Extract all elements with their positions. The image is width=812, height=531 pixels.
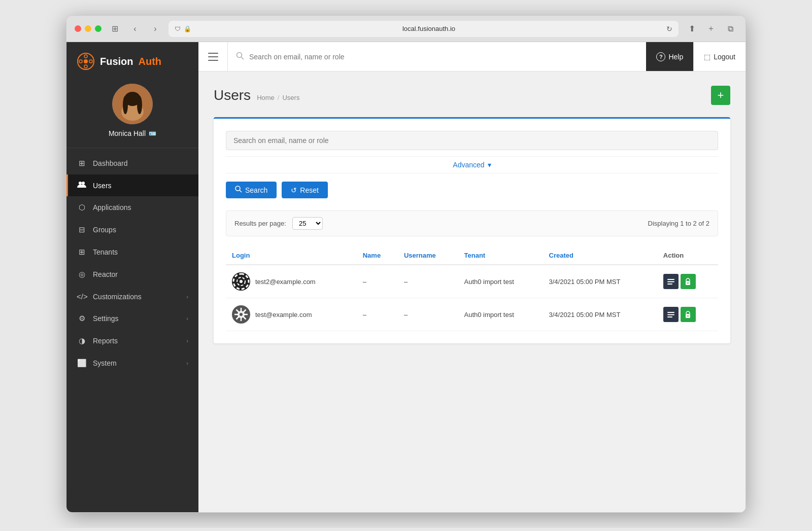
logo-auth: Auth bbox=[139, 56, 162, 67]
avatar bbox=[112, 84, 153, 124]
new-tab-icon[interactable]: ＋ bbox=[704, 22, 718, 36]
user-search-input[interactable] bbox=[226, 131, 718, 150]
col-created[interactable]: Created bbox=[543, 246, 657, 265]
sidebar-item-label: Settings bbox=[93, 314, 180, 323]
forward-button[interactable]: › bbox=[148, 22, 162, 36]
share-icon[interactable]: ⬆ bbox=[685, 22, 699, 36]
reset-icon: ↺ bbox=[291, 186, 297, 194]
user-avatar-gear-icon bbox=[232, 306, 250, 323]
col-login[interactable]: Login bbox=[226, 246, 357, 265]
browser-titlebar: ⊞ ‹ › 🛡 🔒 local.fusionauth.io ↻ ⬆ ＋ ⧉ bbox=[66, 16, 746, 42]
minimize-btn[interactable] bbox=[85, 25, 91, 32]
svg-rect-25 bbox=[667, 279, 674, 280]
sidebar-item-tenants[interactable]: ⊞ Tenants bbox=[66, 241, 198, 263]
advanced-label: Advanced bbox=[453, 161, 484, 169]
svg-point-3 bbox=[84, 65, 87, 68]
logout-button[interactable]: ⬚ Logout bbox=[693, 42, 746, 71]
shield-icon: 🛡 bbox=[175, 25, 181, 32]
dashboard-icon: ⊞ bbox=[77, 159, 87, 168]
user-email: test2@example.com bbox=[255, 278, 316, 286]
user-manage-button[interactable] bbox=[681, 307, 696, 322]
lock-icon: 🔒 bbox=[184, 25, 191, 32]
svg-point-18 bbox=[237, 52, 242, 57]
chevron-right-icon: › bbox=[186, 315, 188, 322]
sidebar-item-settings[interactable]: ⚙ Settings › bbox=[66, 307, 198, 330]
sidebar-item-reactor[interactable]: ◎ Reactor bbox=[66, 263, 198, 286]
sidebar-item-dashboard[interactable]: ⊞ Dashboard bbox=[66, 152, 198, 174]
search-card: Advanced ▾ Search bbox=[214, 117, 730, 343]
add-user-button[interactable]: + bbox=[711, 86, 730, 105]
sidebar-item-users[interactable]: Users bbox=[66, 174, 198, 196]
results-count: Displaying 1 to 2 of 2 bbox=[648, 220, 709, 227]
customizations-icon: </> bbox=[77, 292, 87, 301]
user-action-cell bbox=[657, 265, 718, 298]
groups-icon: ⊟ bbox=[77, 225, 87, 234]
svg-point-1 bbox=[84, 59, 88, 63]
sidebar-item-label: Tenants bbox=[93, 248, 188, 256]
svg-point-13 bbox=[79, 182, 82, 185]
advanced-toggle-button[interactable]: Advanced ▾ bbox=[226, 156, 718, 173]
results-per-page-label: Results per page: bbox=[234, 220, 286, 227]
tabs-icon[interactable]: ⧉ bbox=[723, 22, 737, 36]
content-area: Users Home / Users + Advanced ▾ bbox=[198, 72, 746, 512]
search-button[interactable]: Search bbox=[226, 182, 277, 198]
table-row: test2@example.com – – Auth0 import test … bbox=[226, 265, 718, 298]
col-username[interactable]: Username bbox=[398, 246, 458, 265]
sidebar-item-system[interactable]: ⬜ System › bbox=[66, 352, 198, 374]
topbar-search-area bbox=[228, 52, 646, 62]
user-created-cell: 3/4/2021 05:00 PM MST bbox=[543, 265, 657, 298]
url-text: local.fusionauth.io bbox=[194, 25, 663, 32]
page-header: Users Home / Users + bbox=[214, 86, 730, 105]
user-login-cell: test@example.com bbox=[226, 298, 357, 331]
breadcrumb-home[interactable]: Home bbox=[257, 94, 275, 101]
users-icon bbox=[77, 181, 87, 190]
user-avatar-zebra-icon bbox=[232, 273, 250, 290]
sidebar-item-groups[interactable]: ⊟ Groups bbox=[66, 219, 198, 241]
user-tenant-cell: Auth0 import test bbox=[458, 265, 543, 298]
svg-point-5 bbox=[89, 60, 92, 63]
logo-fusion: Fusion bbox=[100, 56, 133, 67]
user-username-cell: – bbox=[398, 298, 458, 331]
page-header-left: Users Home / Users bbox=[214, 87, 299, 103]
results-bar: Results per page: 25 10 50 100 Displayin… bbox=[226, 210, 718, 236]
back-button[interactable]: ‹ bbox=[128, 22, 142, 36]
sidebar-item-customizations[interactable]: </> Customizations › bbox=[66, 286, 198, 307]
fusionauth-logo-icon bbox=[77, 52, 95, 70]
fullscreen-btn[interactable] bbox=[95, 25, 101, 32]
sidebar-nav: ⊞ Dashboard Users ⬡ Application bbox=[66, 148, 198, 512]
user-detail-button[interactable] bbox=[663, 307, 679, 322]
settings-icon: ⚙ bbox=[77, 314, 87, 323]
topbar-search-icon bbox=[236, 52, 244, 62]
svg-point-20 bbox=[235, 186, 240, 191]
user-manage-button[interactable] bbox=[681, 274, 696, 289]
sidebar-toggle-icon[interactable]: ⊞ bbox=[108, 22, 122, 36]
reload-button[interactable]: ↻ bbox=[666, 25, 672, 33]
svg-rect-26 bbox=[667, 281, 674, 282]
sidebar-item-applications[interactable]: ⬡ Applications bbox=[66, 196, 198, 219]
svg-point-24 bbox=[240, 280, 243, 283]
svg-point-45 bbox=[688, 315, 689, 316]
sidebar-item-label: Reactor bbox=[93, 270, 188, 278]
topbar-search-input[interactable] bbox=[249, 53, 638, 61]
user-avatar bbox=[232, 272, 250, 291]
user-created-cell: 3/4/2021 05:00 PM MST bbox=[543, 298, 657, 331]
col-tenant[interactable]: Tenant bbox=[458, 246, 543, 265]
results-per-page-select[interactable]: 25 10 50 100 bbox=[292, 217, 323, 230]
close-btn[interactable] bbox=[75, 25, 81, 32]
chevron-right-icon: › bbox=[186, 360, 188, 366]
sidebar: FusionAuth bbox=[66, 42, 198, 512]
user-name-cell: – bbox=[357, 265, 398, 298]
sidebar-item-label: Dashboard bbox=[93, 159, 188, 167]
svg-rect-16 bbox=[208, 56, 218, 57]
svg-point-14 bbox=[82, 182, 85, 185]
browser-actions: ⬆ ＋ ⧉ bbox=[685, 22, 737, 36]
col-name[interactable]: Name bbox=[357, 246, 398, 265]
sidebar-item-label: Groups bbox=[93, 226, 188, 234]
sidebar-item-reports[interactable]: ◑ Reports › bbox=[66, 330, 198, 352]
user-detail-button[interactable] bbox=[663, 274, 679, 289]
address-bar[interactable]: 🛡 🔒 local.fusionauth.io ↻ bbox=[168, 21, 679, 37]
reset-button[interactable]: ↺ Reset bbox=[282, 182, 328, 198]
help-button[interactable]: ? Help bbox=[646, 42, 693, 71]
page-title: Users bbox=[214, 87, 251, 103]
topbar-menu-icon[interactable] bbox=[198, 42, 228, 72]
